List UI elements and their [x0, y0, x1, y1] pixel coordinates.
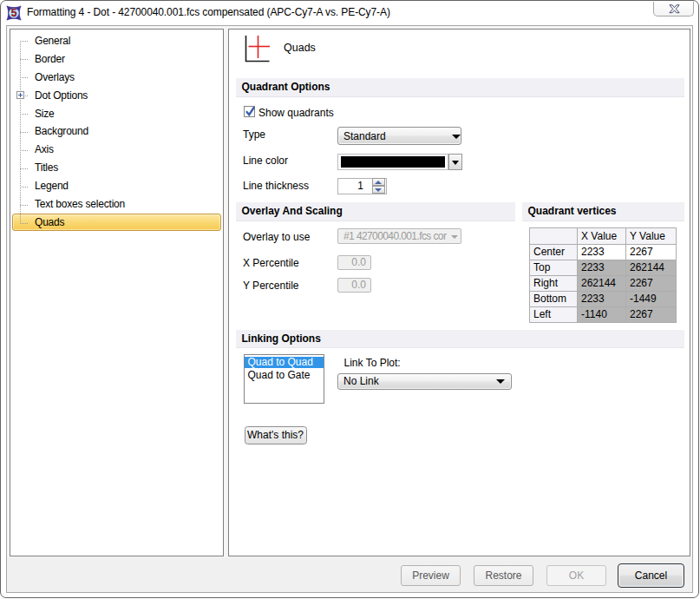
- svg-text:5: 5: [11, 7, 17, 19]
